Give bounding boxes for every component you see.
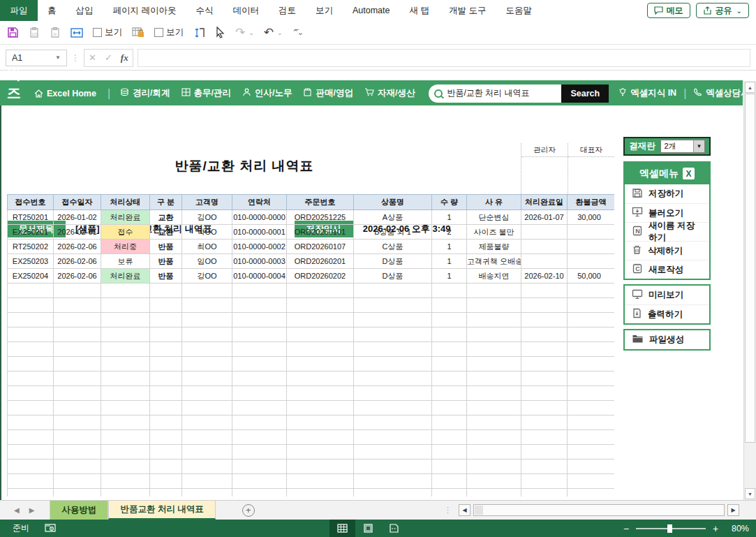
empty-cell[interactable]: [8, 372, 54, 386]
view-toggle-2[interactable]: 보기: [154, 27, 184, 38]
empty-cell[interactable]: [150, 342, 182, 357]
empty-cell[interactable]: [568, 401, 615, 415]
empty-cell[interactable]: [432, 372, 467, 386]
empty-cell[interactable]: [54, 357, 101, 372]
cell-r4-c8[interactable]: 1: [432, 269, 467, 284]
empty-cell[interactable]: [467, 386, 521, 401]
ribbon-tab-10[interactable]: 도움말: [496, 0, 542, 21]
empty-cell[interactable]: [101, 372, 150, 386]
cell-r4-c9[interactable]: 배송지연: [467, 269, 521, 284]
empty-cell[interactable]: [54, 474, 101, 489]
empty-cell[interactable]: [568, 474, 615, 489]
paste-formula-button[interactable]: fx: [50, 27, 61, 38]
cell-r1-c7[interactable]: B상품 외 1: [354, 225, 432, 240]
empty-cell[interactable]: [287, 459, 354, 474]
empty-cell[interactable]: [54, 342, 101, 357]
cell-r0-c3[interactable]: 교환: [150, 210, 182, 225]
sheet-tab-0[interactable]: 사용방법: [50, 501, 108, 520]
menu-save-as-button[interactable]: N새이름 저장하기: [625, 222, 709, 241]
empty-cell[interactable]: [467, 415, 521, 430]
cell-r2-c3[interactable]: 반품: [150, 240, 182, 254]
empty-cell[interactable]: [232, 386, 287, 401]
cell-r1-c11[interactable]: [568, 225, 615, 240]
menu-load-button[interactable]: 불러오기: [625, 203, 709, 222]
cell-r4-c6[interactable]: ORD20260202: [287, 269, 354, 284]
ribbon-tab-8[interactable]: 새 탭: [400, 0, 439, 21]
empty-cell[interactable]: [287, 474, 354, 489]
empty-cell[interactable]: [101, 489, 150, 497]
empty-cell[interactable]: [568, 284, 615, 298]
cell-r4-c0[interactable]: EX250204: [8, 269, 54, 284]
save-button[interactable]: [7, 27, 19, 38]
redo-dropdown-chevron-icon[interactable]: ⌄: [249, 29, 254, 36]
empty-cell[interactable]: [432, 357, 467, 372]
empty-cell[interactable]: [354, 474, 432, 489]
empty-cell[interactable]: [8, 313, 54, 328]
cell-r4-c3[interactable]: 반품: [150, 269, 182, 284]
empty-cell[interactable]: [150, 415, 182, 430]
empty-cell[interactable]: [101, 357, 150, 372]
sheet-nav-right-icon[interactable]: ▶: [29, 506, 35, 514]
empty-cell[interactable]: [287, 357, 354, 372]
menu-delete-button[interactable]: 삭제하기: [625, 241, 709, 260]
cell-r1-c0[interactable]: EX250201: [8, 225, 54, 240]
empty-cell[interactable]: [521, 401, 568, 415]
cell-r4-c10[interactable]: 2026-02-10: [521, 269, 568, 284]
empty-cell[interactable]: [467, 459, 521, 474]
empty-cell[interactable]: [432, 474, 467, 489]
empty-cell[interactable]: [287, 401, 354, 415]
menu-print-button[interactable]: 출력하기: [625, 304, 709, 323]
empty-cell[interactable]: [354, 386, 432, 401]
ribbon-tab-9[interactable]: 개발 도구: [439, 0, 496, 21]
empty-cell[interactable]: [432, 445, 467, 459]
empty-cell[interactable]: [467, 328, 521, 342]
empty-cell[interactable]: [354, 489, 432, 497]
empty-cell[interactable]: [521, 372, 568, 386]
view-toggle-1[interactable]: 보기: [93, 27, 122, 38]
empty-cell[interactable]: [521, 357, 568, 372]
cell-r3-c8[interactable]: 1: [432, 254, 467, 269]
horizontal-scroll-thumb[interactable]: [475, 506, 483, 515]
empty-cell[interactable]: [101, 415, 150, 430]
view-checkbox-1[interactable]: [93, 28, 102, 37]
empty-cell[interactable]: [182, 415, 232, 430]
approval-count-dropdown-icon[interactable]: ▼: [693, 140, 704, 152]
menu-preview-button[interactable]: 미리보기: [625, 286, 709, 304]
empty-cell[interactable]: [8, 401, 54, 415]
empty-cell[interactable]: [101, 342, 150, 357]
empty-cell[interactable]: [150, 401, 182, 415]
qat-overflow-button[interactable]: ⌃̅⌄: [292, 28, 302, 37]
empty-cell[interactable]: [432, 284, 467, 298]
empty-cell[interactable]: [8, 445, 54, 459]
empty-cell[interactable]: [568, 342, 615, 357]
cell-r1-c1[interactable]: 2026-02-01: [54, 225, 101, 240]
search-button[interactable]: Search: [561, 84, 609, 103]
select-pointer-button[interactable]: [215, 27, 225, 38]
empty-cell[interactable]: [521, 298, 568, 313]
zoom-percentage[interactable]: 80%: [725, 524, 749, 534]
empty-cell[interactable]: [182, 357, 232, 372]
cell-r0-c4[interactable]: 김OO: [182, 210, 232, 225]
empty-cell[interactable]: [54, 313, 101, 328]
empty-cell[interactable]: [287, 342, 354, 357]
empty-cell[interactable]: [232, 372, 287, 386]
vertical-scroll-thumb[interactable]: [745, 94, 755, 443]
empty-cell[interactable]: [467, 298, 521, 313]
cell-r2-c1[interactable]: 2026-02-06: [54, 240, 101, 254]
empty-cell[interactable]: [521, 459, 568, 474]
empty-cell[interactable]: [432, 328, 467, 342]
empty-cell[interactable]: [354, 328, 432, 342]
cell-r4-c4[interactable]: 강OO: [182, 269, 232, 284]
cell-r3-c3[interactable]: 반품: [150, 254, 182, 269]
empty-cell[interactable]: [432, 415, 467, 430]
page-layout-view-button[interactable]: [355, 520, 381, 537]
cell-r1-c9[interactable]: 사이즈 불만: [467, 225, 521, 240]
cell-r3-c9[interactable]: 고객귀책 오배송: [467, 254, 521, 269]
empty-cell[interactable]: [521, 342, 568, 357]
empty-cell[interactable]: [521, 430, 568, 445]
empty-cell[interactable]: [232, 430, 287, 445]
cell-r1-c2[interactable]: 접수: [101, 225, 150, 240]
ribbon-tab-6[interactable]: 보기: [306, 0, 343, 21]
cancel-entry-icon[interactable]: ✕: [89, 52, 96, 63]
zoom-slider-thumb[interactable]: [667, 524, 672, 533]
